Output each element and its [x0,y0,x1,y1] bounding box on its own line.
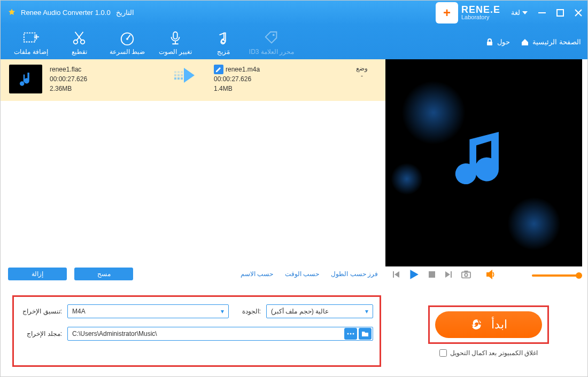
maximize-button[interactable] [551,1,569,25]
history-link[interactable]: التاريخ [116,9,134,17]
source-info: renee1.flac 00:00:27.626 2.36MB [50,65,87,93]
quality-dropdown[interactable]: عالية (حجم ملف أكبر) ▾ [266,304,373,318]
close-button[interactable] [569,1,587,25]
speed-button[interactable]: ضبط السرعة [103,25,151,59]
prev-button[interactable] [391,270,400,281]
about-link[interactable]: حول [485,38,510,46]
mix-icon [215,29,231,47]
app-title: Renee Audio Converter 1.0.0 [21,9,111,17]
svg-point-11 [20,81,25,86]
svg-point-15 [465,273,467,276]
sort-by-time[interactable]: حسب الوقت [285,270,319,278]
svg-rect-7 [173,32,177,38]
svg-rect-0 [538,12,546,13]
destination-size: 1.4MB [214,84,260,93]
language-selector[interactable]: لغة [511,9,528,17]
preview-panel [385,59,582,266]
status-value: - [347,72,377,80]
play-button[interactable] [408,269,420,282]
mix-button[interactable]: مَزيج [199,25,247,59]
snapshot-button[interactable] [461,270,471,281]
logo-icon [436,2,458,23]
svg-rect-10 [487,42,492,45]
svg-rect-1 [557,10,563,16]
clear-button[interactable]: مسح [74,268,133,280]
add-files-icon [23,29,39,47]
conversion-arrow-icon [174,68,195,83]
voice-button[interactable]: تغيير الصوت [151,25,199,59]
destination-info: renee1.m4a 00:00:27.626 1.4MB [214,65,260,93]
cut-icon [71,29,87,47]
next-button[interactable] [444,270,454,281]
id3-editor-button: ID3 محرر العلامة [247,25,296,59]
music-note-icon [446,124,521,201]
source-filename: renee1.flac [50,65,87,74]
status-label: وضع [347,65,377,72]
tag-icon [264,29,280,47]
destination-filename: renee1.m4a [226,65,260,74]
home-icon [521,38,529,46]
volume-icon[interactable] [486,270,496,281]
output-settings-panel: :تنسيق الإخراج M4A ▾ :الجودة عالية (حجم … [12,295,381,367]
format-label: :تنسيق الإخراج [20,308,62,315]
voice-icon [167,29,183,47]
svg-point-19 [353,333,354,335]
home-link[interactable]: الصفحة الرئيسية [521,38,581,46]
logo: RENE.E Laboratory [436,1,500,25]
svg-rect-2 [24,33,35,42]
file-row[interactable]: renee1.flac 00:00:27.626 2.36MB renee1.m… [1,59,385,101]
svg-point-6 [126,38,128,40]
logo-text-small: Laboratory [461,14,500,20]
svg-rect-16 [464,271,468,273]
source-size: 2.36MB [50,84,87,93]
file-thumbnail [9,65,42,93]
lock-icon [485,38,494,46]
folder-label: :مجلد الإخراج [20,330,62,337]
speed-icon [119,29,135,47]
svg-rect-13 [429,271,435,278]
svg-rect-12 [24,75,25,82]
svg-point-18 [350,333,352,335]
output-folder-field[interactable]: C:\Users\Administrator\Music\ [67,327,373,341]
chevron-down-icon: ▾ [221,308,224,315]
svg-point-9 [273,34,275,36]
volume-slider[interactable] [532,274,580,277]
svg-point-17 [347,333,349,335]
chevron-down-icon: ▾ [365,308,368,315]
svg-rect-14 [462,272,470,278]
cut-button[interactable]: تقطيع [55,25,103,59]
destination-duration: 00:00:27.626 [214,74,260,84]
minimize-button[interactable] [533,1,551,25]
sort-by-length[interactable]: فرز حسب الطول [331,270,378,278]
logo-text-big: RENE.E [461,5,500,14]
more-button[interactable] [344,328,357,340]
quality-label: :الجودة [234,308,261,315]
edit-icon[interactable] [214,65,223,74]
app-icon [7,8,17,18]
shutdown-checkbox[interactable]: اغلاق الكمبيوتر بعد اكمال التحويل [439,349,538,357]
browse-folder-button[interactable] [359,328,372,340]
add-files-button[interactable]: إضافة ملفات [7,25,55,59]
start-button[interactable]: ابدأ [435,311,542,338]
source-duration: 00:00:27.626 [50,74,87,84]
stop-button[interactable] [427,270,437,281]
refresh-icon [470,318,484,332]
sort-by-name[interactable]: حسب الاسم [241,270,273,278]
format-dropdown[interactable]: M4A ▾ [67,304,229,318]
remove-button[interactable]: إزالة [8,268,67,280]
